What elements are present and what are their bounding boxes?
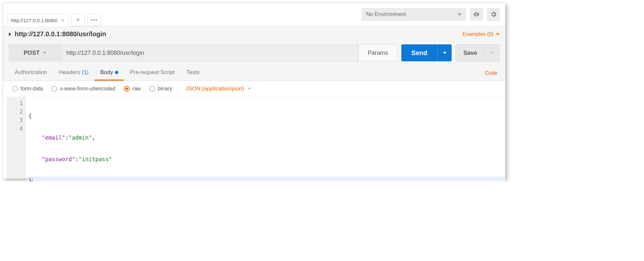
chevron-down-icon (491, 52, 494, 54)
code-area[interactable]: { "email":"admin", "password":"initpass"… (26, 97, 505, 178)
radio-form-data[interactable]: form-data (12, 86, 43, 92)
save-label: Save (463, 50, 477, 56)
examples-label: Examples (0) (463, 31, 493, 37)
app-window: http://127.0.0.1:8080/ × + ••• No Enviro… (3, 3, 506, 179)
line-number: 3 (7, 116, 23, 124)
send-dropdown[interactable] (437, 44, 452, 61)
tab-tests[interactable]: Tests (181, 65, 205, 81)
url-row: POST http://127.0.0.1:8080/usr/login Par… (3, 40, 505, 65)
url-value: http://127.0.0.1:8080/usr/login (66, 50, 144, 56)
top-right-controls: No Environment (362, 8, 500, 26)
radio-icon (12, 86, 18, 92)
chevron-down-icon (496, 33, 499, 35)
code-line-4: } (27, 177, 505, 181)
tab-prerequest[interactable]: Pre-request Script (124, 65, 181, 81)
code-line-3: "password":"initpass" (27, 155, 505, 163)
send-label: Send (411, 49, 427, 57)
chevron-down-icon (248, 88, 251, 90)
tab-label: Body (100, 69, 113, 76)
save-button[interactable]: Save (456, 44, 485, 61)
radio-label: form-data (21, 86, 43, 92)
content-type-label: JSON (application/json) (186, 85, 244, 92)
collapse-toggle-icon[interactable] (9, 32, 11, 36)
request-header-row: http://127.0.0.1:8080/usr/login Examples… (3, 26, 505, 40)
section-tabs: Authorization Headers (1) Body Pre-reque… (3, 65, 505, 81)
tab-label: Pre-request Script (130, 69, 175, 76)
chevron-down-icon (43, 52, 46, 54)
http-method-select[interactable]: POST (9, 44, 61, 61)
send-button[interactable]: Send (401, 44, 437, 61)
save-button-group: Save (456, 44, 499, 61)
gear-icon (490, 11, 497, 18)
tab-label: Authorization (15, 69, 47, 76)
close-tab-icon[interactable]: × (61, 18, 64, 23)
tab-label: Tests (186, 69, 200, 76)
request-title: http://127.0.0.1:8080/usr/login (15, 30, 106, 38)
save-dropdown[interactable] (485, 44, 499, 61)
plus-icon: + (76, 16, 80, 23)
code-label: Code (485, 70, 497, 76)
new-tab-button[interactable]: + (71, 14, 85, 26)
settings-button[interactable] (487, 8, 500, 21)
dirty-indicator-icon (115, 71, 118, 74)
tab-options-button[interactable]: ••• (88, 14, 101, 26)
chevron-down-icon (458, 13, 461, 16)
request-tab-label: http://127.0.0.1:8080/ (11, 18, 57, 23)
tab-headers[interactable]: Headers (1) (53, 65, 94, 81)
radio-label: raw (132, 86, 141, 92)
line-number: 4 (7, 124, 23, 133)
examples-dropdown[interactable]: Examples (0) (463, 31, 499, 37)
eye-icon (473, 11, 480, 18)
body-type-row: form-data x-www-form-urlencoded raw bina… (3, 81, 505, 97)
radio-binary[interactable]: binary (149, 86, 172, 92)
tab-authorization[interactable]: Authorization (9, 65, 53, 81)
line-number: 2 (7, 107, 23, 116)
request-tab-1[interactable]: http://127.0.0.1:8080/ × (7, 14, 69, 26)
dots-icon: ••• (91, 17, 98, 23)
radio-urlencoded[interactable]: x-www-form-urlencoded (51, 86, 115, 92)
request-tabs: http://127.0.0.1:8080/ × + ••• (7, 14, 101, 26)
radio-icon (51, 86, 57, 92)
text-cursor (32, 178, 32, 181)
radio-raw[interactable]: raw (124, 86, 141, 92)
content-type-select[interactable]: JSON (application/json) (186, 85, 251, 92)
code-line-1: { (27, 112, 505, 120)
radio-icon (124, 86, 130, 92)
method-label: POST (24, 50, 40, 56)
environment-select[interactable]: No Environment (362, 8, 466, 21)
url-input[interactable]: http://127.0.0.1:8080/usr/login (61, 44, 358, 61)
chevron-down-icon (443, 52, 446, 54)
line-gutter: 1 2 3 4 (7, 97, 26, 178)
radio-label: binary (158, 86, 172, 92)
tab-body[interactable]: Body (94, 65, 124, 81)
send-button-group: Send (401, 44, 452, 61)
top-bar: http://127.0.0.1:8080/ × + ••• No Enviro… (3, 3, 505, 26)
environment-quicklook-button[interactable] (470, 8, 483, 21)
radio-icon (149, 86, 155, 92)
code-link[interactable]: Code (485, 70, 499, 76)
environment-label: No Environment (366, 11, 406, 18)
params-button[interactable]: Params (358, 44, 397, 61)
tab-label: Headers (59, 69, 80, 76)
params-label: Params (368, 50, 388, 56)
radio-label: x-www-form-urlencoded (60, 86, 115, 92)
headers-count: (1) (82, 69, 89, 76)
body-editor[interactable]: 1 2 3 4 { "email":"admin", "password":"i… (3, 97, 505, 178)
line-number: 1 (7, 99, 23, 107)
code-line-2: "email":"admin", (27, 133, 505, 142)
